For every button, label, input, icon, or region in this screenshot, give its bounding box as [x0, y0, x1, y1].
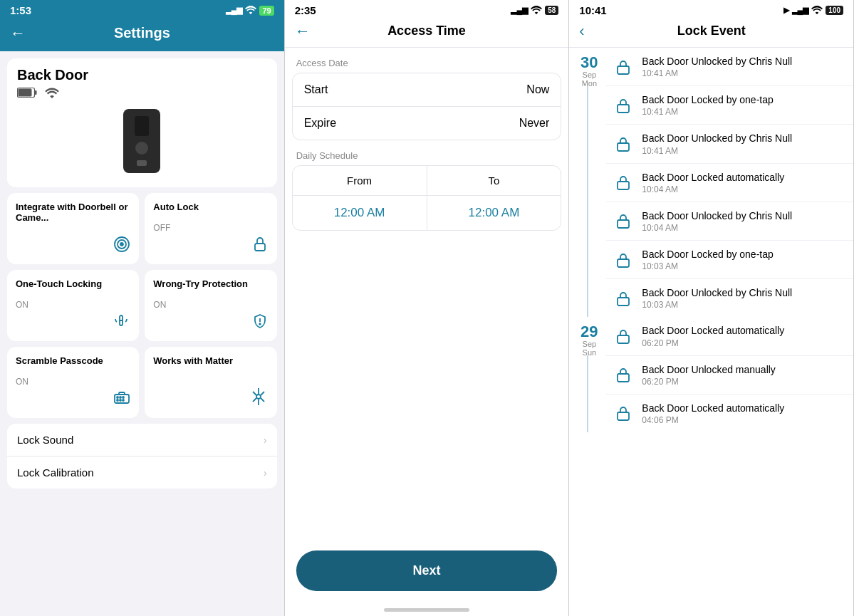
event-lock-icon	[612, 132, 635, 155]
start-value: Now	[526, 83, 549, 96]
svg-rect-16	[119, 392, 125, 395]
svg-point-15	[123, 400, 124, 401]
event-title: Back Door Unlocked by Chris Null	[642, 55, 792, 68]
from-time-picker[interactable]: 12:00 AM	[293, 196, 427, 230]
chevron-right-icon: ›	[264, 434, 267, 446]
event-lock-icon	[612, 287, 635, 310]
event-title: Back Door Unlocked by Chris Null	[642, 286, 792, 299]
event-item[interactable]: Back Door Locked automatically 10:04 AM	[606, 164, 853, 202]
tile-scramble[interactable]: Scramble Passcode ON	[7, 347, 139, 418]
access-time-panel: 2:35 ▂▄▆ 58 ← Access Time Access Date St…	[285, 0, 570, 616]
date-line	[587, 86, 588, 317]
event-time: 10:03 AM	[642, 261, 773, 271]
event-lock-icon	[612, 325, 635, 348]
access-start-row[interactable]: Start Now	[293, 73, 561, 107]
event-item[interactable]: Back Door Locked automatically 06:20 PM	[606, 317, 853, 355]
date-label-sep29: 29 Sep Sun	[569, 317, 606, 432]
event-lock-icon	[612, 363, 635, 386]
back-button[interactable]: ←	[10, 24, 26, 43]
matter-icon	[249, 387, 269, 411]
tile-onetouch[interactable]: One-Touch Locking ON	[7, 270, 139, 341]
settings-list: Lock Sound › Lock Calibration ›	[7, 424, 277, 489]
svg-point-13	[117, 400, 118, 401]
event-lock-icon	[612, 56, 635, 78]
svg-line-22	[253, 398, 256, 402]
svg-rect-32	[618, 374, 629, 382]
battery-icon: 79	[259, 6, 274, 16]
back-button[interactable]: ‹	[579, 22, 584, 41]
list-item-lockcalib[interactable]: Lock Calibration ›	[7, 456, 277, 489]
tile-integrate[interactable]: Integrate with Doorbell or Came...	[7, 193, 139, 264]
event-text: Back Door Locked automatically 06:20 PM	[642, 324, 784, 348]
event-item[interactable]: Back Door Unlocked by Chris Null 10:41 A…	[606, 48, 853, 86]
event-time: 10:41 AM	[642, 146, 792, 156]
tile-scramble-title: Scramble Passcode	[16, 355, 130, 375]
signal-icon: ▂▄▆	[792, 6, 809, 15]
svg-point-14	[120, 400, 121, 401]
event-text: Back Door Locked by one-tap 10:41 AM	[642, 93, 773, 117]
date-label-sep30: 30 Sep Mon	[569, 48, 606, 317]
event-item[interactable]: Back Door Unlocked by Chris Null 10:03 A…	[606, 279, 853, 317]
to-time-picker[interactable]: 12:00 AM	[427, 196, 561, 230]
event-time: 04:06 PM	[642, 415, 784, 425]
event-item[interactable]: Back Door Unlocked manually 06:20 PM	[606, 356, 853, 395]
event-lock-icon	[612, 209, 635, 232]
event-title: Back Door Locked by one-tap	[642, 93, 773, 106]
tile-matter-title: Works with Matter	[153, 355, 268, 384]
status-time: 10:41	[579, 4, 606, 16]
schedule-card: From To 12:00 AM 12:00 AM	[292, 165, 562, 231]
event-item[interactable]: Back Door Locked automatically 04:06 PM	[606, 395, 853, 432]
next-button[interactable]: Next	[296, 550, 558, 591]
tile-wrongtry[interactable]: Wrong-Try Protection ON	[145, 270, 276, 341]
tile-integrate-title: Integrate with Doorbell or Came...	[16, 202, 130, 233]
event-text: Back Door Unlocked by Chris Null 10:41 A…	[642, 132, 792, 155]
lock-event-panel: 10:41 ▶ ▂▄▆ 100 ‹ Lock Event 30 Sep Mon	[569, 0, 854, 616]
access-date-card: Start Now Expire Never	[292, 73, 562, 140]
location-icon: ▶	[783, 6, 789, 15]
door-lock-image	[123, 109, 160, 173]
lock-icon	[251, 236, 269, 257]
event-text: Back Door Unlocked by Chris Null 10:04 A…	[642, 209, 792, 233]
device-battery-icon	[17, 88, 37, 102]
access-date-label: Access Date	[285, 48, 569, 73]
svg-point-5	[120, 243, 123, 246]
event-item[interactable]: Back Door Unlocked by Chris Null 10:04 A…	[606, 202, 853, 241]
settings-grid: Integrate with Doorbell or Came... Auto …	[7, 193, 277, 418]
event-item[interactable]: Back Door Unlocked by Chris Null 10:41 A…	[606, 125, 853, 163]
status-icons: ▂▄▆ 79	[226, 6, 274, 16]
status-bar-lock: 10:41 ▶ ▂▄▆ 100	[569, 0, 853, 19]
access-expire-row[interactable]: Expire Never	[293, 107, 561, 140]
list-item-locksound[interactable]: Lock Sound ›	[7, 424, 277, 456]
device-name: Back Door	[17, 67, 267, 83]
tile-onetouch-status: ON	[16, 300, 130, 310]
spacer	[285, 231, 569, 539]
home-indicator-bar	[285, 602, 569, 616]
status-time: 1:53	[10, 4, 31, 16]
back-button[interactable]: ←	[295, 22, 311, 41]
signal-icon: ▂▄▆	[226, 6, 243, 15]
device-wifi-icon	[44, 88, 60, 102]
page-title: Settings	[114, 25, 170, 41]
event-item[interactable]: Back Door Locked by one-tap 10:41 AM	[606, 86, 853, 125]
date-day: 30	[580, 55, 598, 71]
svg-line-21	[261, 398, 264, 402]
svg-point-10	[117, 397, 118, 398]
event-text: Back Door Locked by one-tap 10:03 AM	[642, 248, 773, 271]
wifi-icon	[245, 6, 256, 16]
events-col-sep29: Back Door Locked automatically 06:20 PM …	[606, 317, 853, 432]
svg-rect-33	[618, 412, 629, 420]
page-title: Access Time	[387, 24, 466, 38]
event-lock-icon	[612, 171, 635, 194]
event-item[interactable]: Back Door Locked by one-tap 10:03 AM	[606, 241, 853, 279]
event-time: 06:20 PM	[642, 377, 776, 387]
signal-icon: ▂▄▆	[511, 6, 528, 15]
svg-rect-1	[19, 89, 32, 97]
date-month: Sep	[583, 340, 597, 348]
tile-autolock[interactable]: Auto Lock OFF	[145, 193, 276, 264]
tile-matter[interactable]: Works with Matter	[145, 347, 276, 418]
date-dow: Sun	[583, 348, 597, 357]
event-lock-icon	[612, 94, 635, 117]
device-card: Back Door	[7, 58, 277, 187]
event-time: 10:04 AM	[642, 223, 792, 233]
event-title: Back Door Unlocked by Chris Null	[642, 132, 792, 145]
